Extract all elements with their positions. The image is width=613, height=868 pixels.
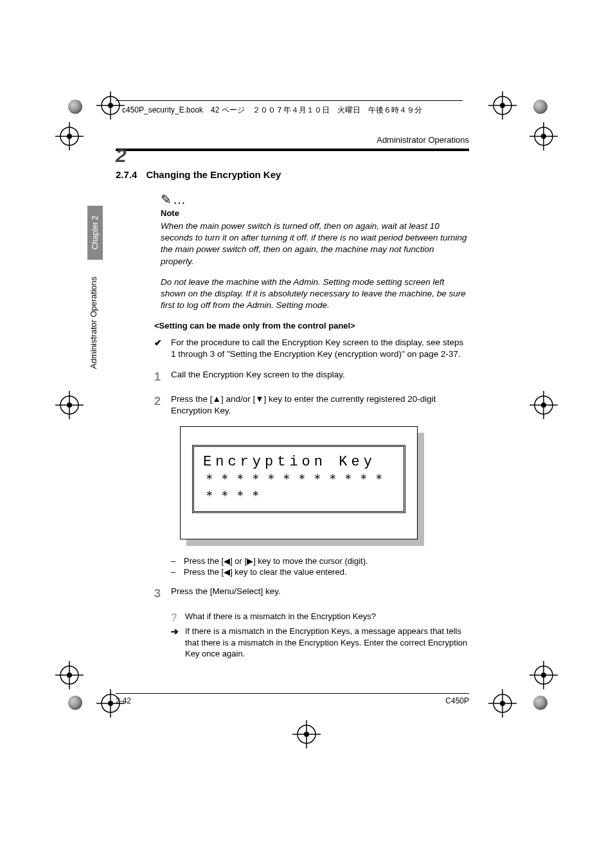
procedure-step-2: 2 Press the [▲] and/or [▼] key to enter … bbox=[154, 393, 469, 417]
note-body: When the main power switch is turned off… bbox=[161, 221, 469, 312]
registration-mark-icon bbox=[529, 391, 558, 419]
header-rule bbox=[116, 100, 463, 101]
answer-text: If there is a mismatch in the Encryption… bbox=[185, 626, 469, 660]
step-number: 1 bbox=[154, 369, 171, 384]
procedure-text: Press the [Menu/Select] key. bbox=[171, 586, 469, 601]
page-number: 2-42 bbox=[116, 696, 131, 705]
lcd-display: Encryption Key ＊＊＊＊＊＊＊＊＊＊＊＊＊＊＊＊ bbox=[180, 426, 418, 540]
step-number: 3 bbox=[154, 586, 171, 601]
registration-mark-icon bbox=[529, 661, 558, 689]
section-heading: 2.7.4Changing the Encryption Key bbox=[116, 169, 469, 180]
section-title-text: Changing the Encryption Key bbox=[146, 169, 281, 180]
registration-mark-icon bbox=[488, 91, 517, 120]
subheading: <Setting can be made only from the contr… bbox=[154, 321, 469, 330]
substep: – Press the [◀] or [▶] key to move the c… bbox=[171, 556, 469, 566]
note-label: Note bbox=[161, 208, 469, 218]
substep-text: Press the [◀] or [▶] key to move the cur… bbox=[184, 556, 469, 566]
corner-dot bbox=[68, 696, 82, 710]
note-paragraph: When the main power switch is turned off… bbox=[161, 221, 469, 267]
registration-mark-icon bbox=[55, 661, 84, 689]
corner-dot bbox=[68, 100, 82, 114]
question-item: ? What if there is a mismatch in the Enc… bbox=[171, 611, 469, 625]
running-head: Administrator Operations bbox=[116, 135, 469, 145]
registration-mark-icon bbox=[55, 391, 84, 419]
question-icon: ? bbox=[171, 611, 185, 625]
answer-item: ➔ If there is a mismatch in the Encrypti… bbox=[171, 626, 469, 660]
dash-icon: – bbox=[171, 556, 184, 566]
note-icon: ✎… bbox=[161, 192, 469, 207]
chapter-side-label: Administrator Operations bbox=[89, 276, 98, 369]
section-number: 2.7.4 bbox=[116, 169, 137, 180]
registration-mark-icon bbox=[529, 122, 558, 150]
chapter-tab: Chapter 2 bbox=[87, 206, 103, 260]
step-number: 2 bbox=[154, 393, 171, 417]
procedure-prestep: ✔ For the procedure to call the Encrypti… bbox=[154, 337, 469, 360]
lcd-line-1: Encryption Key bbox=[203, 453, 395, 472]
corner-dot bbox=[533, 100, 547, 114]
chapter-number: 2 bbox=[116, 145, 127, 167]
dash-icon: – bbox=[171, 567, 184, 577]
question-text: What if there is a mismatch in the Encry… bbox=[185, 611, 469, 625]
registration-mark-icon bbox=[488, 689, 517, 718]
registration-mark-icon bbox=[96, 91, 125, 120]
check-icon: ✔ bbox=[154, 337, 171, 360]
substep: – Press the [◀] key to clear the value e… bbox=[171, 567, 469, 577]
arrow-icon: ➔ bbox=[171, 626, 185, 660]
section-rule bbox=[116, 149, 469, 151]
registration-mark-icon bbox=[55, 122, 84, 150]
registration-mark-icon bbox=[292, 720, 321, 748]
procedure-step-3: 3 Press the [Menu/Select] key. bbox=[154, 586, 469, 601]
page-footer: 2-42 C450P bbox=[116, 693, 469, 705]
procedure-step-1: 1 Call the Encryption Key screen to the … bbox=[154, 369, 469, 384]
model-label: C450P bbox=[445, 696, 469, 705]
procedure-text: Call the Encryption Key screen to the di… bbox=[171, 369, 469, 384]
lcd-line-2: ＊＊＊＊＊＊＊＊＊＊＊＊＊＊＊＊ bbox=[203, 471, 395, 505]
note-paragraph: Do not leave the machine with the Admin.… bbox=[161, 276, 469, 312]
corner-dot bbox=[533, 696, 547, 710]
procedure-text: For the procedure to call the Encryption… bbox=[171, 337, 469, 360]
procedure-text: Press the [▲] and/or [▼] key to enter th… bbox=[171, 393, 469, 417]
source-file-text: c450P_security_E.book 42 ページ ２００７年４月１０日 … bbox=[122, 105, 422, 116]
substep-text: Press the [◀] key to clear the value ent… bbox=[184, 567, 469, 577]
